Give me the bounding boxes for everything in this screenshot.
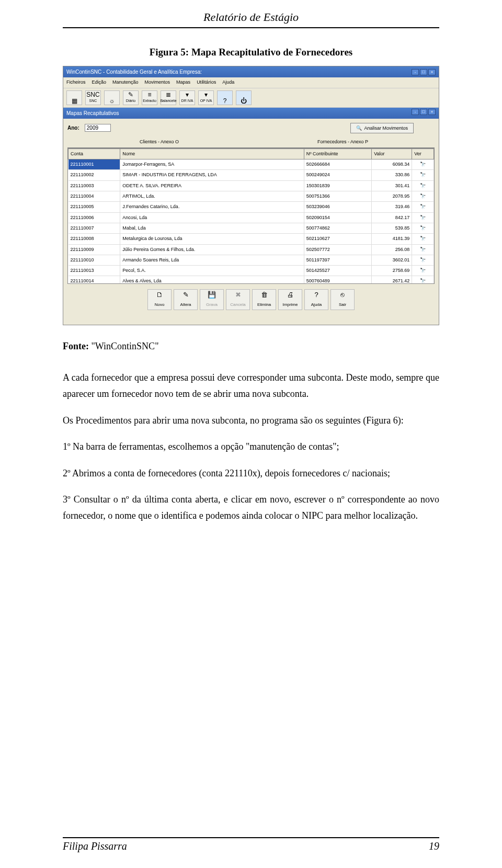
binoculars-icon[interactable]: 🔭 [412,159,434,170]
menu-item[interactable]: Manutenção [112,78,139,86]
novo-button[interactable]: 🗋Novo [147,289,172,310]
cell-nif: 500774862 [304,223,371,233]
button-label: Altera [180,301,191,309]
menu-item[interactable]: Ficheiros [66,78,86,86]
close-button[interactable]: × [428,69,436,75]
toolbar-button[interactable]: ≡Extracto [142,90,157,105]
cell-nome: ARTIMOL, Lda. [120,191,304,202]
cell-nome: SIMAR - INDUSTRIA DE FERRAGENS, LDA [120,170,304,180]
column-header[interactable]: Conta [69,149,120,159]
table-row[interactable]: 221110008Metalurgica de Lourosa, Lda5021… [69,234,434,244]
footer-page: 19 [429,840,439,852]
binoculars-icon[interactable]: 🔭 [412,212,434,223]
toolbar-label: Diário [126,98,135,104]
sair-button[interactable]: ⎋Sair [330,289,355,310]
tab-clientes[interactable]: Clientes - Anexo O [67,136,251,147]
table-row[interactable]: 221110009Júlio Pereira Gomes & Filhos, L… [69,244,434,255]
figure-caption: Figura 5: Mapa Recapitulativo de Fornece… [63,44,439,61]
year-label: Ano: [67,123,79,132]
toolbar-button[interactable]: ? [217,90,233,105]
toolbar-button[interactable]: ✎Diário [123,90,139,105]
binoculars-icon[interactable]: 🔭 [412,266,434,276]
analisar-label: Analisar Movimentos [364,125,408,131]
menu-item[interactable]: Mapas [176,78,190,86]
altera-button[interactable]: ✎Altera [174,289,198,310]
grava-button: 💾Grava [200,289,224,310]
toolbar-button[interactable]: ☼ [104,90,120,105]
cell-valor: 539.85 [372,223,412,233]
cell-valor: 330.86 [372,170,412,180]
cell-nif: 502110627 [304,234,371,244]
binoculars-icon[interactable]: 🔭 [412,223,434,233]
button-icon: 💾 [208,289,216,301]
table-row[interactable]: 221110002SIMAR - INDUSTRIA DE FERRAGENS,… [69,170,434,180]
table-row[interactable]: 221110007Mabal, Lda500774862539.85🔭 [69,223,434,233]
table-row[interactable]: 221110010Armando Soares Reis, Lda5011973… [69,255,434,265]
toolbar-button[interactable]: SNCSNC [85,90,101,105]
minimize-button[interactable]: - [412,69,419,75]
ajuda-button[interactable]: ?Ajuda [304,289,328,310]
elimina-button[interactable]: 🗑Elimina [252,289,276,310]
cell-conta: 221110009 [69,244,120,255]
binoculars-icon[interactable]: 🔭 [412,255,434,265]
toolbar-icon: ⏻ [241,98,247,104]
toolbar-button[interactable]: ≣Balancete [161,90,176,105]
table-row[interactable]: 221110005J.Fernandes Catarino, Lda.50323… [69,202,434,212]
table-row[interactable]: 221110001Jomarpor-Ferragens, SA502666684… [69,159,434,170]
toolbar-label: OP IVA [200,98,212,104]
table-row[interactable]: 221110014Alves & Alves, Lda5007604892671… [69,276,434,284]
sub-maximize-button[interactable]: □ [420,109,427,115]
menu-item[interactable]: Utilitários [197,78,216,86]
cell-nome: Metalurgica de Lourosa, Lda [120,234,304,244]
step-1: 1º Na barra de ferramentas, escolhemos a… [63,439,439,455]
imprime-button[interactable]: 🖨Imprime [278,289,302,310]
column-header[interactable]: Nº Contribuinte [304,149,371,159]
bottom-toolbar: 🗋Novo✎Altera💾Grava✖Cancela🗑Elimina🖨Impri… [67,284,435,321]
sub-close-button[interactable]: × [428,109,436,115]
binoculars-icon[interactable]: 🔭 [412,180,434,191]
menu-item[interactable]: Ajuda [222,78,234,86]
binoculars-icon[interactable]: 🔭 [412,244,434,255]
toolbar-button[interactable]: ▦ [66,90,82,105]
year-input[interactable] [85,124,111,132]
button-label: Grava [206,301,218,309]
table-row[interactable]: 221110003ODETE A. SILVA. PEREIRA15030183… [69,180,434,191]
cell-valor: 3602.01 [372,255,412,265]
button-label: Cancela [230,301,245,309]
table-row[interactable]: 221110013Pecol, S.A.5014255272758.69🔭 [69,266,434,276]
sub-minimize-button[interactable]: - [412,109,419,115]
cell-valor: 2671.42 [372,276,412,284]
binoculars-icon[interactable]: 🔭 [412,202,434,212]
binoculars-icon[interactable]: 🔭 [412,234,434,244]
binoculars-icon[interactable]: 🔭 [412,170,434,180]
button-label: Novo [155,301,165,309]
column-header[interactable]: Ver [412,149,434,159]
analisar-button[interactable]: 🔍 Analisar Movimentos [350,123,414,133]
column-header[interactable]: Valor [372,149,412,159]
cell-valor: 301.41 [372,180,412,191]
table-row[interactable]: 221110004ARTIMOL, Lda.5007513662078.95🔭 [69,191,434,202]
toolbar-button[interactable]: ⏻ [236,90,252,105]
binoculars-icon[interactable]: 🔭 [412,276,434,284]
button-label: Imprime [283,301,298,309]
toolbar-button[interactable]: ▾OP IVA [198,90,214,105]
column-header[interactable]: Nome [120,149,304,159]
menu-item[interactable]: Movimentos [145,78,170,86]
data-table-wrap: ContaNomeNº ContribuinteValorVer 2211100… [67,148,435,284]
cell-nif: 503239046 [304,202,371,212]
cell-nome: Jomarpor-Ferragens, SA [120,159,304,170]
cell-nif: 500751366 [304,191,371,202]
page-header-title: Relatório de Estágio [203,10,299,24]
toolbar-button[interactable]: ▾DR IVA [179,90,195,105]
cell-valor: 2078.95 [372,191,412,202]
menu-item[interactable]: Edição [92,78,107,86]
maximize-button[interactable]: □ [420,69,427,75]
tab-fornecedores[interactable]: Fornecedores - Anexo P [251,136,435,147]
binoculars-icon[interactable]: 🔭 [412,191,434,202]
cell-conta: 221110003 [69,180,120,191]
cell-conta: 221110013 [69,266,120,276]
toolbar: ▦SNCSNC☼✎Diário≡Extracto≣Balancete▾DR IV… [63,88,439,108]
cell-nif: 501425527 [304,266,371,276]
cell-nome: Mabal, Lda [120,223,304,233]
table-row[interactable]: 221110006Ancosi, Lda502090154842.17🔭 [69,212,434,223]
